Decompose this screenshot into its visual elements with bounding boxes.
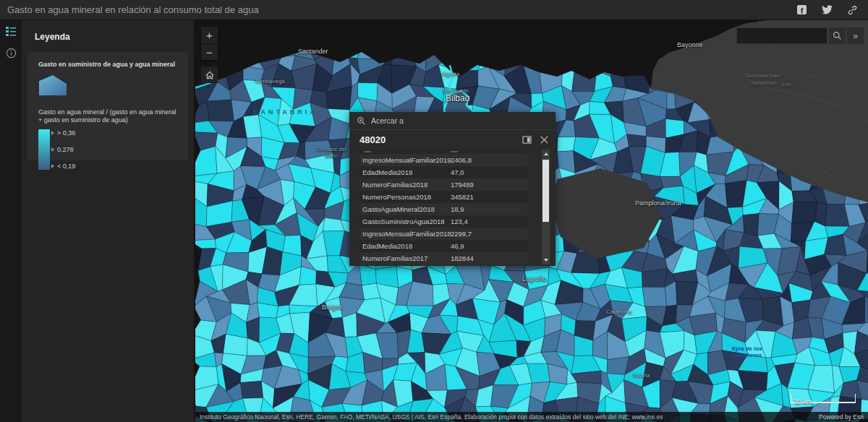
popup-table: IngresoMensualFamiliar20192406,8EdadMedi… (359, 150, 527, 264)
field-value: 345821 (451, 193, 474, 201)
field-value: 123,4 (451, 218, 468, 225)
field-value: 2406,8 (451, 156, 472, 164)
attribute-row: IngresoMensualFamiliar20182299,7 (359, 228, 527, 240)
zoom-out-button[interactable]: − (201, 43, 218, 60)
share-link-icon[interactable] (847, 4, 858, 15)
scale-bar: 30 km (791, 394, 856, 403)
ramp-label-mid: 0,278 (51, 146, 75, 153)
facebook-icon[interactable]: f (796, 4, 807, 15)
zoom-to-icon (357, 116, 366, 126)
popup-titlebar: 48020 (349, 130, 556, 149)
ramp-label-min: < 0,19 (51, 163, 75, 170)
page-title: Gasto en agua mineral en relación al con… (0, 4, 259, 15)
field-value: 46,9 (451, 242, 464, 250)
app-header: Gasto en agua mineral en relación al con… (0, 0, 868, 20)
scroll-up-arrow-icon[interactable] (542, 150, 550, 158)
scrollbar-thumb[interactable] (542, 160, 549, 222)
popup-title: 48020 (359, 134, 386, 145)
field-name: EdadMedia2019 (359, 168, 451, 176)
field-name: NumeroFamilias2017 (359, 254, 451, 262)
feature-popup: Acercar a 48020 IngresoMensualFamiliar20… (349, 112, 556, 266)
field-name: GastoSuministroAgua2018 (359, 218, 451, 225)
clipped-row (359, 150, 527, 154)
search-widget: » (736, 27, 864, 44)
zoom-controls: + − (201, 27, 218, 60)
field-name: NumeroFamilias2018 (359, 181, 451, 189)
attribute-row: NumeroPersonas2018345821 (359, 191, 527, 203)
legend-ramp-title: Gasto en agua mineral / (gasto en agua m… (38, 108, 181, 124)
attribute-row: IngresoMensualFamiliar20192406,8 (359, 154, 527, 166)
zoom-to-button[interactable]: Acercar a (349, 112, 556, 130)
powered-by-esri: Powered by Esri (813, 413, 864, 421)
field-value: 182844 (451, 254, 474, 262)
ramp-gradient-bar (38, 129, 50, 170)
close-popup-icon[interactable] (540, 136, 548, 144)
attribute-row: GastoSuministroAgua2018123,4 (359, 215, 527, 228)
legend-tool-button[interactable] (0, 20, 22, 42)
ramp-label-max: > 0,36 (51, 129, 75, 137)
legend-panel-title: Leyenda (22, 20, 194, 42)
field-name: EdadMedia2018 (359, 242, 451, 250)
field-name: IngresoMensualFamiliar2018 (359, 230, 451, 238)
zoom-in-button[interactable]: + (201, 27, 218, 43)
attribute-row: NumeroFamilias2017182844 (359, 252, 527, 264)
attribute-row: GastoAguaMineral201818,9 (359, 203, 527, 215)
field-value: 47,0 (451, 168, 464, 176)
legend-card: Gasto en suministro de agua y agua miner… (27, 52, 188, 160)
legend-layer-title: Gasto en suministro de agua y agua miner… (38, 61, 181, 69)
search-input[interactable] (736, 27, 827, 44)
field-value: 2299,7 (451, 230, 472, 238)
field-name: NumeroPersonas2018 (359, 193, 451, 201)
map-application: Gasto en agua mineral en relación al con… (0, 0, 868, 422)
legend-color-ramp: > 0,36 0,278 < 0,19 (38, 129, 181, 170)
attribute-row: NumeroFamilias2018179489 (359, 178, 527, 191)
field-value: 18,9 (451, 205, 464, 213)
popup-scrollbar[interactable] (542, 150, 550, 264)
legend-polygon-swatch (38, 74, 181, 100)
share-icons: f (796, 4, 868, 15)
scroll-down-arrow-icon[interactable] (542, 256, 550, 264)
twitter-icon[interactable] (822, 4, 833, 15)
search-button[interactable] (829, 27, 846, 44)
info-tool-button[interactable] (0, 42, 22, 64)
attribution-text: Instituto Geográfico Nacional, Esri, HER… (200, 413, 663, 421)
legend-panel: Leyenda Gasto en suministro de agua y ag… (22, 20, 194, 422)
tool-sidebar (0, 20, 22, 422)
attribution-bar: Instituto Geográfico Nacional, Esri, HER… (195, 412, 868, 422)
field-value: 179489 (451, 181, 474, 189)
attribute-row: EdadMedia201846,9 (359, 240, 527, 252)
home-button[interactable] (201, 66, 218, 83)
attribute-row: EdadMedia201947,0 (359, 166, 527, 178)
expand-search-button[interactable]: » (847, 27, 864, 44)
field-name: IngresoMensualFamiliar2019 (359, 156, 451, 164)
field-name: GastoAguaMineral2018 (359, 205, 451, 213)
dock-popup-icon[interactable] (522, 136, 532, 144)
